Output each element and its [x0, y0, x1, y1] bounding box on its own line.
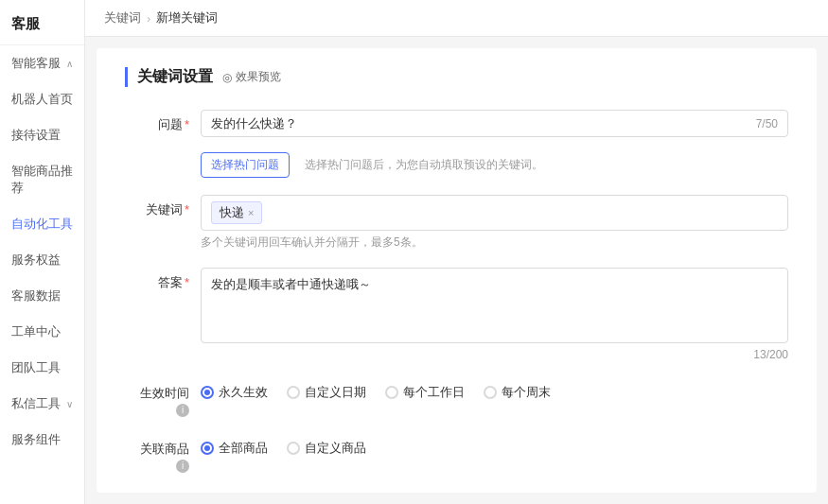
sidebar-item-robot-label: 机器人首页	[11, 91, 73, 108]
question-label: 问题*	[125, 110, 201, 133]
question-input-wrapper: 7/50	[201, 110, 788, 137]
keyword-tag-close[interactable]: ×	[248, 207, 254, 218]
effective-radio-group: 永久生效 自定义日期 每个工作日 每个周末	[201, 378, 788, 401]
effective-label: 生效时间 i	[125, 378, 201, 417]
sidebar-item-private-arrow: ∨	[66, 399, 73, 409]
sidebar-item-data-label: 客服数据	[11, 287, 61, 304]
section-title-text: 关键词设置	[137, 67, 213, 87]
sidebar-item-recommend-label: 智能商品推荐	[11, 163, 73, 197]
question-input[interactable]	[211, 116, 756, 130]
answer-content: 13/200	[201, 268, 788, 361]
form-container: 关键词设置 ◎ 效果预览 问题* 7/50 选择热门问题 选择热门	[97, 48, 817, 493]
effective-radio-weekend	[484, 386, 497, 399]
product-row: 关联商品 i 全部商品 自定义商品	[125, 434, 788, 473]
sidebar-title: 客服	[0, 0, 84, 45]
breadcrumb-current: 新增关键词	[156, 9, 218, 26]
breadcrumb-separator: ›	[147, 11, 150, 26]
answer-label: 答案*	[125, 268, 201, 291]
sidebar-item-data[interactable]: 客服数据	[0, 278, 84, 314]
sidebar-item-recommend[interactable]: 智能商品推荐	[0, 153, 84, 206]
question-char-count: 7/50	[756, 117, 778, 130]
sidebar-item-rights-label: 服务权益	[11, 252, 61, 269]
product-option-custom[interactable]: 自定义商品	[287, 440, 366, 457]
effective-workday-label: 每个工作日	[403, 384, 465, 401]
keyword-content: 快递 × 多个关键词用回车确认并分隔开，最多5条。	[201, 195, 788, 251]
effective-info-icon[interactable]: i	[176, 404, 189, 417]
hot-question-button[interactable]: 选择热门问题	[201, 152, 290, 178]
effective-option-forever[interactable]: 永久生效	[201, 384, 268, 401]
sidebar-item-team[interactable]: 团队工具	[0, 350, 84, 386]
product-custom-label: 自定义商品	[305, 440, 366, 457]
status-row: 关联状态 i 全部状态 待付款 已支付	[125, 490, 788, 493]
answer-required: *	[185, 275, 189, 289]
product-info-icon[interactable]: i	[176, 460, 189, 473]
answer-char-count: 13/200	[201, 348, 788, 361]
breadcrumb: 关键词 › 新增关键词	[85, 0, 828, 37]
sidebar-item-automation[interactable]: 自动化工具	[0, 206, 84, 242]
question-required: *	[185, 117, 189, 131]
sidebar-item-ai-arrow: ∧	[66, 59, 73, 69]
sidebar-item-automation-label: 自动化工具	[11, 216, 73, 233]
effective-custom-label: 自定义日期	[305, 384, 366, 401]
sidebar-item-private[interactable]: 私信工具 ∨	[0, 386, 84, 422]
answer-row: 答案* 13/200	[125, 268, 788, 361]
keyword-tag-text: 快递	[220, 204, 244, 221]
effective-forever-label: 永久生效	[219, 384, 268, 401]
effective-option-workday[interactable]: 每个工作日	[385, 384, 465, 401]
sidebar-item-widget[interactable]: 服务组件	[0, 422, 84, 458]
sidebar: 客服 智能客服 ∧ 机器人首页 接待设置 智能商品推荐 自动化工具 服务权益 客…	[0, 0, 85, 504]
keyword-required: *	[185, 202, 189, 217]
sidebar-item-rights[interactable]: 服务权益	[0, 242, 84, 278]
product-radio-all	[201, 442, 214, 455]
hot-hint: 选择热门问题后，为您自动填取预设的关键词。	[305, 157, 543, 173]
product-radio-custom	[287, 442, 300, 455]
keyword-row: 关键词* 快递 × 多个关键词用回车确认并分隔开，最多5条。	[125, 195, 788, 251]
effective-option-custom[interactable]: 自定义日期	[287, 384, 366, 401]
effective-content: 永久生效 自定义日期 每个工作日 每个周末	[201, 378, 788, 401]
sidebar-item-robot[interactable]: 机器人首页	[0, 81, 84, 117]
question-content: 7/50 选择热门问题 选择热门问题后，为您自动填取预设的关键词。	[201, 110, 788, 178]
status-label: 关联状态 i	[125, 490, 201, 493]
answer-textarea[interactable]	[201, 268, 788, 343]
keyword-label: 关键词*	[125, 195, 201, 218]
preview-icon: ◎	[222, 71, 232, 84]
effective-radio-custom	[287, 386, 300, 399]
product-radio-group: 全部商品 自定义商品	[201, 434, 788, 457]
effective-radio-workday	[385, 386, 398, 399]
sidebar-item-workorder-label: 工单中心	[11, 323, 61, 340]
sidebar-item-widget-label: 服务组件	[11, 431, 61, 448]
sidebar-item-workorder[interactable]: 工单中心	[0, 314, 84, 350]
effective-row: 生效时间 i 永久生效 自定义日期 每个工作日	[125, 378, 788, 417]
sidebar-item-team-label: 团队工具	[11, 359, 61, 376]
keyword-hint: 多个关键词用回车确认并分隔开，最多5条。	[201, 235, 788, 251]
keyword-tag: 快递 ×	[211, 201, 262, 224]
hot-question-label: 选择热门问题	[211, 157, 279, 173]
sidebar-item-private-label: 私信工具	[11, 395, 61, 412]
status-content: 全部状态 待付款 已支付 待配货	[201, 490, 788, 493]
product-option-all[interactable]: 全部商品	[201, 440, 268, 457]
product-all-label: 全部商品	[219, 440, 268, 457]
status-radio-group: 全部状态 待付款 已支付 待配货	[201, 490, 788, 493]
sidebar-item-reception[interactable]: 接待设置	[0, 117, 84, 153]
effective-weekend-label: 每个周末	[502, 384, 551, 401]
keyword-area[interactable]: 快递 ×	[201, 195, 788, 231]
section-title: 关键词设置 ◎ 效果预览	[125, 67, 788, 87]
product-content: 全部商品 自定义商品	[201, 434, 788, 457]
effective-option-weekend[interactable]: 每个周末	[484, 384, 551, 401]
sidebar-item-reception-label: 接待设置	[11, 127, 61, 144]
breadcrumb-link[interactable]: 关键词	[104, 9, 141, 26]
main-content: 关键词 › 新增关键词 关键词设置 ◎ 效果预览 问题* 7/50	[85, 0, 828, 504]
preview-label: 效果预览	[236, 69, 281, 85]
preview-link[interactable]: ◎ 效果预览	[222, 69, 281, 85]
product-label: 关联商品 i	[125, 434, 201, 473]
effective-radio-forever	[201, 386, 214, 399]
sidebar-item-ai[interactable]: 智能客服 ∧	[0, 45, 84, 81]
question-row: 问题* 7/50 选择热门问题 选择热门问题后，为您自动填取预设的关键词。	[125, 110, 788, 178]
sidebar-item-ai-label: 智能客服	[11, 55, 61, 72]
